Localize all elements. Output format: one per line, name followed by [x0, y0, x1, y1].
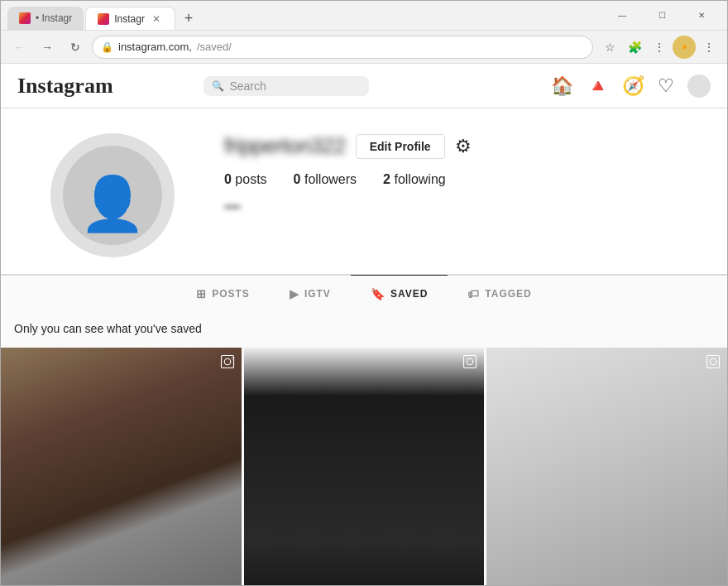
toolbar-icons: ☆ 🧩 ⋮ 🔸 ⋮: [598, 36, 721, 59]
avatar-person-icon: 👤: [79, 177, 146, 230]
window-controls: — ☐ ✕: [603, 1, 721, 31]
username-row: fripperton322 Edit Profile ⚙: [224, 133, 711, 159]
tab-active-label: Instagr: [114, 13, 145, 25]
menu-icon[interactable]: ⋮: [648, 36, 671, 59]
home-icon[interactable]: 🏠: [551, 75, 573, 97]
extensions-icon[interactable]: 🧩: [623, 36, 646, 59]
video-badge-2: [462, 354, 477, 369]
address-bar: ← → ↻ 🔒 instagram.com, /saved/ ☆ 🧩 ⋮ 🔸 ⋮: [1, 31, 727, 64]
url-bar[interactable]: 🔒 instagram.com, /saved/: [92, 36, 593, 59]
nav-icons: 🏠 🔺 🧭 ♡: [551, 74, 711, 98]
grid-item-1[interactable]: ▷: [1, 348, 242, 585]
profile-avatar: 👤: [50, 133, 175, 257]
explore-icon[interactable]: 🧭: [622, 75, 644, 97]
activity-icon[interactable]: 🔺: [587, 75, 609, 97]
search-icon: 🔍: [212, 80, 224, 92]
bio: ••••: [224, 200, 711, 214]
forward-button[interactable]: →: [36, 36, 59, 59]
tab-bar: • Instagr Instagr ✕ +: [7, 1, 603, 30]
video-badge-1: ▷: [220, 354, 235, 369]
instagram-navbar: Instagram 🔍 🏠 🔺 🧭 ♡: [1, 64, 727, 108]
saved-tab-label: SAVED: [390, 288, 428, 300]
tab-active[interactable]: Instagr ✕: [85, 7, 175, 30]
svg-point-6: [710, 358, 716, 365]
minimize-button[interactable]: —: [603, 1, 641, 31]
username: fripperton322: [224, 133, 346, 159]
user-avatar-nav[interactable]: [687, 74, 711, 98]
avatar-inner: 👤: [63, 146, 162, 245]
posts-tab-label: POSTS: [212, 288, 250, 300]
instagram-logo[interactable]: Instagram: [17, 74, 113, 98]
tab-inactive-label: • Instagr: [36, 12, 72, 24]
favicon-inactive: [19, 12, 31, 24]
svg-text:▷: ▷: [232, 355, 235, 360]
grid-item-3[interactable]: [486, 348, 727, 585]
settings-icon[interactable]: ⚙: [455, 136, 472, 157]
svg-point-4: [467, 358, 474, 365]
tab-inactive[interactable]: • Instagr: [7, 7, 84, 30]
tab-saved[interactable]: 🔖 SAVED: [351, 275, 448, 312]
tagged-tab-icon: 🏷: [467, 287, 480, 300]
saved-tab-icon: 🔖: [371, 287, 386, 300]
tab-tagged[interactable]: 🏷 TAGGED: [448, 275, 551, 312]
profile-stats: 0 posts 0 followers 2 following: [224, 172, 711, 187]
tab-posts[interactable]: ⊞ POSTS: [176, 275, 270, 312]
back-button[interactable]: ←: [7, 36, 31, 59]
close-button[interactable]: ✕: [682, 1, 721, 31]
tab-close-button[interactable]: ✕: [150, 12, 163, 26]
page-content: Instagram 🔍 🏠 🔺 🧭 ♡ 👤: [1, 64, 727, 585]
grid-item-2[interactable]: [244, 348, 485, 585]
lock-icon: 🔒: [101, 41, 113, 53]
profile-avatar-button[interactable]: 🔸: [673, 36, 696, 59]
refresh-button[interactable]: ↻: [64, 36, 87, 59]
profile-info: fripperton322 Edit Profile ⚙ 0 posts 0 f…: [224, 133, 711, 214]
igtv-tab-label: IGTV: [304, 288, 331, 300]
svg-rect-3: [464, 356, 477, 368]
star-icon[interactable]: ☆: [598, 36, 621, 59]
saved-notice: Only you can see what you've saved: [1, 312, 727, 345]
igtv-tab-icon: ▶: [290, 287, 299, 300]
profile-tabs: ⊞ POSTS ▶ IGTV 🔖 SAVED 🏷 TAGGED: [1, 275, 727, 312]
restore-button[interactable]: ☐: [643, 1, 681, 31]
search-input[interactable]: [229, 79, 345, 93]
url-path: /saved/: [197, 41, 232, 53]
search-bar: 🔍: [204, 76, 369, 96]
saved-grid: ▷: [1, 345, 727, 585]
search-box[interactable]: 🔍: [204, 76, 369, 96]
url-domain: instagram.com,: [118, 41, 192, 53]
heart-icon[interactable]: ♡: [658, 75, 674, 97]
title-bar: • Instagr Instagr ✕ + — ☐ ✕: [1, 1, 727, 31]
new-tab-button[interactable]: +: [177, 7, 200, 30]
more-icon[interactable]: ⋮: [697, 36, 721, 59]
followers-stat: 0 followers: [294, 172, 357, 187]
browser-window: • Instagr Instagr ✕ + — ☐ ✕ ← → ↻ 🔒 inst…: [0, 0, 728, 586]
tab-igtv[interactable]: ▶ IGTV: [270, 275, 351, 312]
svg-rect-5: [706, 356, 719, 368]
following-stat: 2 following: [383, 172, 446, 187]
svg-point-1: [224, 358, 231, 365]
video-badge-3: [706, 354, 721, 369]
edit-profile-button[interactable]: Edit Profile: [356, 134, 445, 159]
tagged-tab-label: TAGGED: [485, 288, 531, 300]
favicon-active: [98, 13, 109, 25]
profile-section: 👤 fripperton322 Edit Profile ⚙ 0 posts 0…: [1, 108, 727, 275]
posts-stat: 0 posts: [224, 172, 267, 187]
posts-tab-icon: ⊞: [196, 287, 207, 300]
